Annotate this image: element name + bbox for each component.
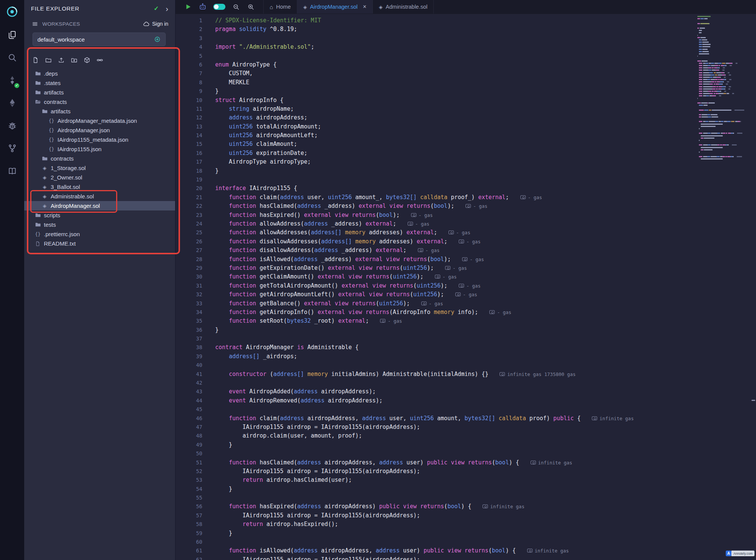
tree-item-AirdropManager_metadata.json[interactable]: {}AirdropManager_metadata.json xyxy=(24,116,175,125)
sign-in-button[interactable]: Sign in xyxy=(143,21,168,27)
minimap-line xyxy=(697,128,744,129)
zoom-out-icon xyxy=(233,3,240,11)
code-line: 34 function getAirdropInfo() external vi… xyxy=(175,308,751,317)
tree-item-3_Ballot.sol[interactable]: ◈3_Ballot.sol xyxy=(24,182,175,192)
line-number: 10 xyxy=(175,96,202,105)
tree-item-AirdropManager.sol[interactable]: ◈AirdropManager.sol xyxy=(24,201,175,210)
line-number: 55 xyxy=(175,493,202,502)
gas-icon xyxy=(592,416,597,420)
activity-search[interactable] xyxy=(0,46,24,69)
remix-ai-button[interactable] xyxy=(199,3,207,11)
folder-icon xyxy=(42,108,48,114)
workspaces-menu-icon[interactable] xyxy=(31,20,39,28)
tree-item-label: contracts xyxy=(44,99,67,105)
tree-item-2_Owner.sol[interactable]: ◈2_Owner.sol xyxy=(24,173,175,182)
activity-debugger[interactable] xyxy=(0,114,24,137)
upload-folder-button[interactable] xyxy=(70,56,78,64)
gas-estimate: infinite gas xyxy=(527,548,569,554)
code-line: 16 uint256 expirationDate; xyxy=(175,149,751,158)
minimap-line xyxy=(697,121,744,122)
workspace-selector[interactable]: default_workspace xyxy=(33,32,166,46)
tree-item-.states[interactable]: .states xyxy=(24,78,175,88)
tree-item-1_Storage.sol[interactable]: ◈1_Storage.sol xyxy=(24,163,175,173)
gas-icon xyxy=(531,461,536,464)
minimap[interactable] xyxy=(697,16,744,161)
folder-icon xyxy=(35,222,41,227)
tree-item-AirdropManager.json[interactable]: {}AirdropManager.json xyxy=(24,125,175,135)
tab-Administrable.sol[interactable]: ◈Administrable.sol xyxy=(373,0,434,14)
code-line: 9} xyxy=(175,87,751,96)
code-line: 54 } xyxy=(175,485,751,493)
tree-item-tests[interactable]: tests xyxy=(24,220,175,229)
activity-git[interactable] xyxy=(0,137,24,159)
tree-item-contracts[interactable]: contracts xyxy=(24,154,175,163)
line-number: 31 xyxy=(175,282,202,290)
tree-item-artifacts[interactable]: artifacts xyxy=(24,107,175,116)
minimap-line xyxy=(697,138,744,139)
home-icon: ⌂ xyxy=(270,4,273,10)
gas-estimate: infinite gas 1735800 gas xyxy=(500,371,576,377)
activity-deploy-run[interactable] xyxy=(0,91,24,114)
upload-file-button[interactable] xyxy=(57,56,65,64)
learneth-icon xyxy=(8,166,17,176)
file-icon xyxy=(35,241,41,246)
upload-folder-icon xyxy=(71,57,78,63)
tree-item-artifacts[interactable]: artifacts xyxy=(24,88,175,97)
minimap-line xyxy=(697,74,744,76)
solidity-icon: ◈ xyxy=(42,193,48,199)
line-number: 9 xyxy=(175,87,202,96)
line-number: 44 xyxy=(175,396,202,405)
watermark-text: Annotely.com xyxy=(731,551,754,556)
tree-item-Administrable.sol[interactable]: ◈Administrable.sol xyxy=(24,192,175,201)
status-check-icon: ✓ xyxy=(154,5,159,12)
tree-item-IAirdrop1155.json[interactable]: {}IAirdrop1155.json xyxy=(24,144,175,154)
new-file-button[interactable] xyxy=(32,56,39,64)
code-line: 52 IAirdrop1155 airdrop = IAirdrop1155(a… xyxy=(175,467,751,476)
line-number: 29 xyxy=(175,264,202,272)
minimap-line xyxy=(697,53,744,54)
code-editor[interactable]: 1// SPDX-License-Identifier: MIT2pragma … xyxy=(175,14,751,560)
gas-estimate: - gas xyxy=(462,257,484,262)
minimap-line xyxy=(697,77,744,78)
minimap-line xyxy=(697,144,744,145)
zoom-out-button[interactable] xyxy=(232,3,240,11)
line-number: 12 xyxy=(175,113,202,122)
braces-icon: {} xyxy=(48,128,54,133)
tree-item-IAirdrop1155_metadata.json[interactable]: {}IAirdrop1155_metadata.json xyxy=(24,135,175,144)
line-number: 13 xyxy=(175,122,202,131)
run-script-button[interactable] xyxy=(184,3,192,11)
activity-file-explorer[interactable] xyxy=(0,23,24,46)
file-explorer-toolbar xyxy=(32,55,104,65)
tree-item-README.txt[interactable]: README.txt xyxy=(24,239,175,248)
gas-icon xyxy=(520,195,526,199)
load-cube-button[interactable] xyxy=(83,56,91,64)
tab-Home[interactable]: ⌂Home xyxy=(264,0,297,14)
activity-solidity-compiler[interactable]: ✓ xyxy=(0,69,24,91)
tree-item-scripts[interactable]: scripts xyxy=(24,210,175,220)
ai-toggle[interactable] xyxy=(213,4,225,10)
tree-item-.prettierrc.json[interactable]: {}.prettierrc.json xyxy=(24,229,175,239)
tab-AirdropManager.sol[interactable]: ◈AirdropManager.sol× xyxy=(297,0,373,14)
minimap-line xyxy=(697,133,744,134)
tree-item-label: contracts xyxy=(51,155,74,162)
zoom-in-button[interactable] xyxy=(247,3,255,11)
minimap-line xyxy=(697,60,744,62)
activity-learneth[interactable] xyxy=(0,159,24,182)
code-line: 27 function disallowAddress(address _add… xyxy=(175,246,751,255)
load-cube-icon xyxy=(84,57,90,63)
tree-item-contracts[interactable]: contracts xyxy=(24,97,175,107)
collapse-panel-chevron-icon[interactable]: › xyxy=(166,5,168,12)
link-button[interactable] xyxy=(96,56,104,64)
tab-close-icon[interactable]: × xyxy=(363,4,366,10)
scrollbar-mark[interactable] xyxy=(751,400,755,401)
tree-item-label: AirdropManager.sol xyxy=(51,203,100,209)
code-line: 20interface IAirdrop1155 { xyxy=(175,184,751,193)
code-line: 6enum AirdropType { xyxy=(175,60,751,69)
minimap-line xyxy=(697,91,744,92)
new-folder-button[interactable] xyxy=(45,56,52,64)
workspace-actions-icon[interactable] xyxy=(154,36,161,43)
code-line: 8 MERKLE xyxy=(175,78,751,87)
line-number: 43 xyxy=(175,387,202,396)
code-line: 5 xyxy=(175,52,751,60)
tree-item-.deps[interactable]: .deps xyxy=(24,69,175,78)
